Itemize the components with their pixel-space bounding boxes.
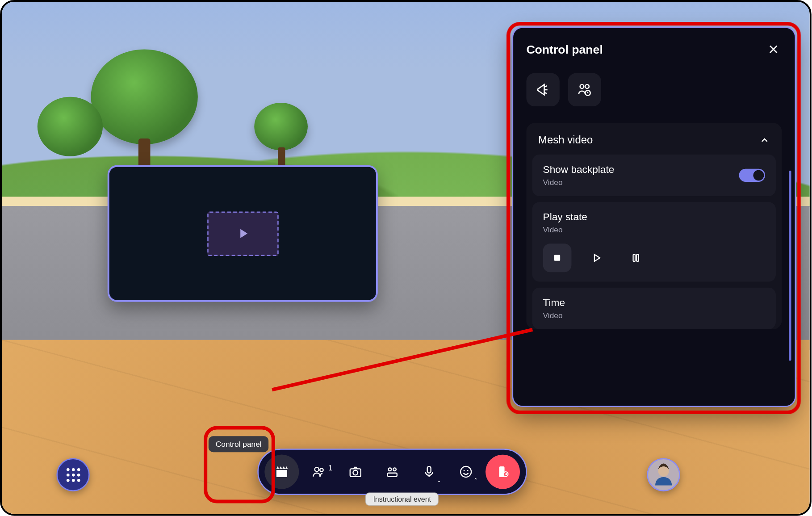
play-state-setting: Play state Video (532, 202, 776, 281)
emoji-icon (459, 465, 473, 479)
control-panel-button[interactable] (264, 454, 299, 489)
svg-point-1 (315, 467, 319, 471)
chevron-up-icon (759, 134, 770, 145)
megaphone-button[interactable] (526, 73, 559, 106)
stop-icon (551, 252, 563, 264)
setting-title: Time (543, 297, 765, 309)
setting-subtitle: Video (543, 225, 765, 234)
play-button[interactable] (582, 243, 611, 272)
setting-title: Show backplate (543, 164, 615, 176)
scene-tree (254, 103, 308, 150)
participants-count: 1 (328, 464, 332, 473)
svg-point-2 (320, 468, 323, 471)
camera-icon (348, 465, 363, 479)
screen-share-button[interactable] (375, 454, 410, 489)
section-header[interactable]: Mesh video (526, 123, 782, 154)
control-panel-title: Control panel (526, 42, 603, 56)
show-backplate-toggle[interactable] (739, 169, 766, 182)
scene-tree (38, 97, 103, 156)
setting-subtitle: Video (543, 178, 615, 187)
section-title: Mesh video (538, 134, 593, 146)
leave-button[interactable] (486, 454, 520, 489)
control-panel-tooltip: Control panel (209, 436, 269, 452)
time-setting: Time Video (532, 288, 776, 329)
megaphone-icon (535, 82, 551, 98)
svg-point-4 (353, 470, 358, 475)
grid-icon (66, 468, 80, 482)
world-video-screen[interactable] (108, 165, 378, 302)
setting-subtitle: Video (543, 311, 765, 320)
svg-rect-17 (554, 255, 560, 261)
svg-point-15 (585, 84, 589, 88)
leave-icon (496, 465, 510, 479)
pause-button[interactable] (621, 243, 650, 272)
svg-rect-7 (388, 473, 397, 477)
share-screen-icon (385, 465, 399, 479)
play-icon (590, 252, 603, 264)
close-button[interactable] (765, 41, 782, 58)
reactions-button[interactable]: ⌃ (449, 454, 483, 489)
svg-point-14 (580, 84, 584, 88)
avatar-icon (649, 461, 678, 489)
microphone-icon (422, 465, 436, 479)
clapperboard-icon (275, 465, 289, 479)
stop-button[interactable] (543, 243, 572, 272)
play-icon (235, 226, 251, 241)
chevron-down-icon: ⌄ (437, 477, 442, 483)
mute-all-button[interactable] (568, 73, 601, 106)
main-toolbar: 1 ⌄ ⌃ (257, 449, 527, 495)
setting-title: Play state (543, 211, 765, 223)
svg-point-9 (460, 466, 471, 477)
panel-scrollbar[interactable] (789, 171, 791, 361)
svg-point-10 (464, 470, 465, 471)
event-name-label: Instructional event (365, 493, 439, 506)
video-placeholder (207, 211, 279, 256)
people-icon (311, 465, 326, 479)
profile-avatar-button[interactable] (647, 458, 680, 491)
show-backplate-setting: Show backplate Video (532, 155, 776, 196)
camera-button[interactable] (338, 454, 373, 489)
svg-rect-19 (636, 254, 638, 261)
scene-tree (91, 49, 197, 144)
svg-rect-8 (427, 466, 431, 473)
mesh-video-section: Mesh video Show backplate Video Play sta… (526, 123, 782, 329)
svg-point-5 (389, 468, 392, 471)
participants-button[interactable]: 1 (301, 454, 336, 489)
control-panel: Control panel Mesh video Show backplat (512, 27, 796, 407)
svg-rect-18 (633, 254, 635, 261)
pause-icon (630, 252, 642, 264)
people-mute-icon (577, 82, 592, 98)
close-icon (767, 43, 779, 55)
svg-point-11 (467, 470, 469, 471)
apps-menu-button[interactable] (56, 458, 89, 491)
svg-point-6 (393, 468, 396, 471)
microphone-button[interactable]: ⌄ (412, 454, 446, 489)
chevron-up-icon: ⌃ (473, 477, 478, 483)
